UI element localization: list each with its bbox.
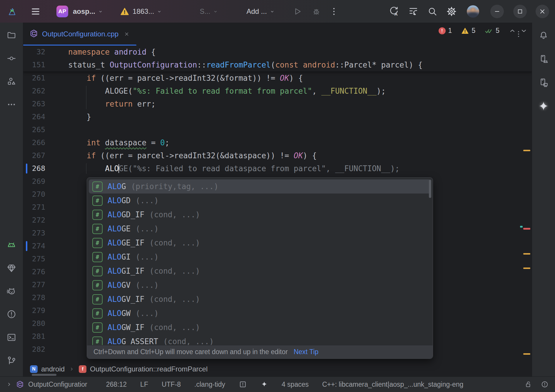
code-text[interactable]: [45, 343, 68, 356]
statusbar-file-name[interactable]: OutputConfiguratior: [28, 381, 87, 388]
line-number[interactable]: 265: [23, 123, 45, 136]
completion-item[interactable]: # ALOG_ASSERT (cond, ...): [89, 334, 431, 345]
completion-item[interactable]: # ALOGE_IF (cond, ...): [89, 236, 431, 250]
line-number[interactable]: 281: [23, 330, 45, 343]
line-number[interactable]: 280: [23, 317, 45, 330]
debug-button-icon[interactable]: [312, 7, 321, 16]
toolchain-info[interactable]: C++: libcamera_client|aosp_...unk_stagin…: [322, 381, 463, 388]
horizontal-scrollbar[interactable]: [32, 374, 56, 376]
line-number[interactable]: 264: [23, 110, 45, 123]
project-tool-icon[interactable]: [4, 28, 19, 42]
problems-tool-icon[interactable]: [4, 307, 19, 321]
problems-count[interactable]: 1863...: [133, 7, 154, 16]
warning-marker[interactable]: [523, 253, 530, 255]
run-button-icon[interactable]: [293, 7, 302, 16]
line-number[interactable]: 263: [23, 97, 45, 110]
running-devices-tool-icon[interactable]: [536, 75, 551, 90]
code-text[interactable]: [45, 317, 68, 330]
tab-close-icon[interactable]: [124, 31, 129, 37]
maximize-button[interactable]: [513, 5, 527, 18]
code-text[interactable]: ALOGE("%s: Failed to read dataspace from…: [45, 162, 399, 175]
add-configuration[interactable]: Add ...: [246, 7, 267, 16]
code-text[interactable]: namespace android {: [45, 46, 156, 58]
project-badge[interactable]: AP: [56, 6, 68, 17]
vcs-change-marker[interactable]: [26, 241, 27, 251]
run-configuration-chevron-down-icon[interactable]: [213, 9, 218, 14]
inspection-profile-icon[interactable]: [239, 380, 247, 388]
unlocked-padlock-icon[interactable]: [524, 381, 532, 388]
code-text[interactable]: [45, 253, 68, 265]
next-tip-link[interactable]: Next Tip: [294, 348, 318, 356]
more-tool-windows-icon[interactable]: [4, 98, 19, 112]
structure-tool-icon[interactable]: [4, 75, 19, 88]
code-text[interactable]: [45, 214, 68, 227]
minimize-button[interactable]: [490, 5, 504, 18]
line-number[interactable]: 269: [23, 175, 45, 188]
line-number[interactable]: 282: [23, 343, 45, 356]
statusbar-nav-chevron-icon[interactable]: [6, 382, 12, 387]
caret-position[interactable]: 268:12: [106, 381, 127, 388]
commit-tool-icon[interactable]: [4, 52, 19, 65]
code-line[interactable]: 264 }: [23, 110, 532, 123]
warning-marker[interactable]: [523, 267, 530, 269]
line-number[interactable]: 267: [23, 149, 45, 162]
code-line[interactable]: 262 ALOGE("%s: Failed to read format fro…: [23, 85, 532, 97]
gemini-tool-icon[interactable]: [536, 99, 551, 113]
code-text[interactable]: [45, 227, 68, 240]
code-line[interactable]: 266 int dataspace = 0;: [23, 136, 532, 149]
popup-scrollbar[interactable]: [429, 180, 431, 198]
search-everywhere-icon[interactable]: [427, 6, 437, 16]
notifications-bell-icon[interactable]: [536, 28, 551, 43]
code-line[interactable]: 32 namespace android {: [23, 46, 532, 58]
code-text[interactable]: }: [45, 110, 91, 123]
code-line[interactable]: 151 status_t OutputConfiguration::readFr…: [23, 58, 532, 71]
vcs-change-marker[interactable]: [26, 164, 27, 174]
completion-item[interactable]: # ALOGV (...): [89, 278, 431, 292]
line-number[interactable]: 273: [23, 227, 45, 240]
main-menu-icon[interactable]: [31, 8, 40, 15]
line-number[interactable]: 262: [23, 85, 45, 97]
line-number[interactable]: 279: [23, 304, 45, 317]
prev-problem-chevron-up-icon[interactable]: [509, 27, 516, 34]
line-number[interactable]: 261: [23, 72, 45, 85]
code-line[interactable]: 268 ALOGE("%s: Failed to read dataspace …: [23, 162, 532, 175]
breadcrumb-item[interactable]: N android: [30, 365, 65, 373]
completion-item[interactable]: # ALOGW_IF (cond, ...): [89, 320, 431, 334]
code-line[interactable]: 267 if ((err = parcel->readInt32(&datasp…: [23, 149, 532, 162]
code-text[interactable]: [45, 265, 68, 278]
project-chevron-down-icon[interactable]: [98, 9, 103, 14]
code-text[interactable]: [45, 123, 68, 136]
line-number[interactable]: 270: [23, 188, 45, 201]
completion-item[interactable]: # ALOGI_IF (cond, ...): [89, 264, 431, 278]
code-text[interactable]: if ((err = parcel->readInt32(&dataspace)…: [45, 149, 317, 162]
code-text[interactable]: [45, 330, 68, 343]
translate-icon[interactable]: A: [389, 6, 399, 17]
line-number[interactable]: 278: [23, 291, 45, 304]
line-number[interactable]: 272: [23, 214, 45, 227]
run-configuration[interactable]: S...: [200, 7, 210, 16]
settings-gear-icon[interactable]: [446, 6, 457, 17]
line-number[interactable]: 271: [23, 201, 45, 214]
ai-sparkle-icon[interactable]: [260, 381, 268, 388]
project-name[interactable]: aosp...: [73, 7, 95, 16]
completion-item[interactable]: # ALOGD (...): [89, 194, 431, 208]
problems-warning-icon[interactable]: [120, 7, 129, 16]
analyzer-widget[interactable]: .clang-tidy: [194, 381, 225, 388]
list-sync-icon[interactable]: [408, 6, 419, 17]
user-avatar[interactable]: [467, 5, 479, 18]
code-text[interactable]: return err;: [45, 97, 156, 110]
logcat-tool-icon[interactable]: [4, 238, 19, 252]
warning-marker[interactable]: [523, 150, 530, 151]
code-line[interactable]: 261 if ((err = parcel->readInt32(&format…: [23, 72, 532, 85]
info-marker[interactable]: [520, 226, 523, 228]
code-text[interactable]: if ((err = parcel->readInt32(&format)) !…: [45, 72, 303, 85]
breadcrumb-item[interactable]: f OutputConfiguration::readFromParcel: [79, 365, 208, 373]
device-manager-tool-icon[interactable]: [536, 52, 551, 66]
code-line[interactable]: 265: [23, 123, 532, 136]
line-number[interactable]: 275: [23, 253, 45, 265]
line-number[interactable]: 32: [23, 46, 45, 58]
event-log-icon[interactable]: [541, 381, 549, 388]
completion-item[interactable]: # ALOG (priority,tag, ...): [89, 179, 431, 194]
completion-item[interactable]: # ALOGV_IF (cond, ...): [89, 292, 431, 306]
code-text[interactable]: [45, 304, 68, 317]
